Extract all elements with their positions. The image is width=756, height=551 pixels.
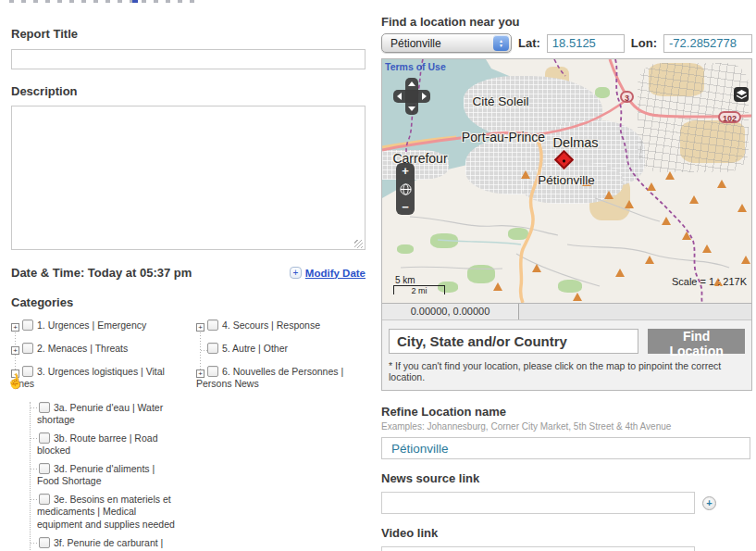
category-checkbox[interactable]: [39, 432, 50, 444]
category-checkbox[interactable]: [39, 463, 50, 474]
refine-location-input[interactable]: [381, 437, 750, 459]
find-location-heading: Find a location near you: [381, 15, 752, 29]
category-label: 2. Menaces | Threats: [37, 343, 128, 354]
map-scale-readout: Scale = 1 : 217K: [672, 276, 747, 287]
map-panel: 3 102 Cité Soleil Port-au-Prince Delmas …: [381, 58, 752, 391]
location-search-input[interactable]: [389, 329, 638, 354]
report-marker-icon[interactable]: [682, 232, 691, 240]
map-city-label: Port-au-Prince: [462, 130, 545, 144]
route-shield: 102: [718, 111, 741, 123]
category-item: +4. Secours | Response: [196, 319, 363, 332]
category-item: 5. Autre | Other: [196, 343, 363, 355]
report-marker-icon[interactable]: [615, 269, 625, 277]
category-checkbox[interactable]: [207, 319, 218, 331]
add-news-link-button[interactable]: +: [702, 496, 716, 510]
report-marker-icon[interactable]: [741, 256, 750, 264]
datetime-label: Date & Time: Today at 05:37 pm: [11, 266, 192, 280]
category-checkbox[interactable]: [22, 366, 33, 377]
subcategory-item: 3d. Penurie d'aliments | Food Shortage: [37, 463, 176, 487]
report-marker-icon[interactable]: [665, 171, 675, 180]
report-marker-icon[interactable]: [647, 182, 656, 191]
layers-icon: [737, 90, 747, 100]
expand-toggle-icon[interactable]: +: [196, 369, 204, 378]
report-marker-icon[interactable]: [689, 195, 699, 204]
report-marker-icon[interactable]: [625, 200, 634, 208]
category-checkbox[interactable]: [207, 343, 218, 354]
city-select-value: Pétionville: [390, 37, 441, 50]
subcategory-item: 3f. Penurie de carburant | Fuel shortage: [37, 537, 176, 551]
report-marker-icon[interactable]: [645, 256, 654, 264]
category-checkbox[interactable]: [22, 343, 33, 354]
pan-left-icon[interactable]: [397, 93, 402, 100]
report-marker-icon[interactable]: [532, 264, 541, 272]
find-location-button[interactable]: Find Location: [648, 329, 745, 354]
video-link-heading: Video link: [381, 526, 752, 540]
category-item: +6. Nouvelles de Personnes | Persons New…: [196, 366, 363, 390]
expand-toggle-icon[interactable]: +: [11, 323, 19, 332]
video-link-input[interactable]: [381, 546, 695, 551]
layers-button[interactable]: [734, 87, 749, 102]
report-title-input[interactable]: [11, 49, 366, 69]
report-form: Report Title Description Date & Time: To…: [11, 0, 366, 551]
lon-input[interactable]: [663, 34, 752, 53]
terms-of-use-link[interactable]: Terms of Use: [385, 61, 446, 72]
category-label: 3a. Penurie d'eau | Water shortage: [37, 402, 163, 425]
category-label: 3b. Route barree | Road blocked: [37, 432, 157, 456]
map-city-label: Delmas: [552, 135, 598, 150]
map-zoom-control[interactable]: + −: [396, 163, 415, 215]
report-marker-icon[interactable]: [717, 180, 726, 188]
city-select[interactable]: Pétionville ▲▼: [381, 33, 512, 53]
expand-toggle-icon[interactable]: +: [196, 323, 204, 332]
category-item: -3. Urgences logistiques | Vital Lines: [11, 366, 178, 390]
category-item: +2. Menaces | Threats: [11, 343, 178, 355]
category-checkbox[interactable]: [39, 494, 50, 505]
pan-right-icon[interactable]: [422, 93, 427, 100]
report-marker-icon[interactable]: [493, 282, 502, 291]
category-label: 3d. Penurie d'aliments | Food Shortage: [37, 463, 155, 486]
category-label: 5. Autre | Other: [222, 343, 288, 354]
lat-label: Lat:: [518, 36, 540, 50]
report-marker-icon[interactable]: [702, 244, 712, 253]
subcategory-item: 3e. Besoins en materiels et medicaments …: [37, 494, 176, 530]
map-help-note: * If you can't find your location, pleas…: [382, 357, 751, 390]
category-checkbox[interactable]: [39, 402, 50, 413]
map[interactable]: 3 102 Cité Soleil Port-au-Prince Delmas …: [382, 59, 751, 303]
news-source-input[interactable]: [381, 492, 695, 514]
subcategory-item: 3b. Route barree | Road blocked: [37, 432, 176, 457]
description-textarea[interactable]: [11, 106, 366, 250]
news-source-heading: News source link: [381, 471, 752, 485]
subcategory-list: 3a. Penurie d'eau | Water shortage 3b. R…: [30, 402, 176, 551]
expand-toggle-icon[interactable]: +: [11, 346, 19, 355]
cursor-coordinates: 0.00000, 0.00000: [382, 304, 519, 319]
report-marker-icon[interactable]: [604, 191, 613, 199]
category-checkbox[interactable]: [207, 366, 218, 377]
location-section: Find a location near you Pétionville ▲▼ …: [381, 15, 752, 551]
map-pan-control[interactable]: [393, 78, 430, 115]
modify-date-link[interactable]: Modify Date: [305, 268, 366, 279]
zoom-in-button[interactable]: +: [402, 165, 409, 177]
lon-label: Lon:: [631, 36, 657, 50]
modify-date-plus-icon[interactable]: +: [290, 267, 302, 279]
report-marker-icon[interactable]: [737, 204, 747, 212]
category-label: 3. Urgences logistiques | Vital Lines: [11, 366, 165, 389]
zoom-out-button[interactable]: −: [402, 201, 409, 213]
globe-icon[interactable]: [400, 183, 412, 195]
category-checkbox[interactable]: [39, 537, 50, 548]
categories-label: Categories: [11, 295, 366, 309]
category-label: 3f. Penurie de carburant | Fuel shortage: [37, 537, 163, 551]
map-statusbar: 0.00000, 0.00000: [382, 303, 751, 320]
resize-grip-icon[interactable]: [354, 240, 363, 248]
category-item: +1. Urgences | Emergency: [11, 319, 178, 332]
map-city-label: Pétionville: [538, 173, 595, 187]
category-label: 4. Secours | Response: [222, 319, 320, 331]
pan-up-icon[interactable]: [408, 81, 415, 86]
report-marker-icon[interactable]: [573, 293, 582, 301]
category-checkbox[interactable]: [22, 319, 33, 331]
map-scalebar: 5 km 2 mi: [393, 275, 445, 294]
report-marker-icon[interactable]: [521, 170, 530, 179]
route-shield: 3: [620, 91, 634, 103]
lat-input[interactable]: [547, 34, 625, 53]
map-city-label: Cité Soleil: [473, 94, 529, 108]
pan-down-icon[interactable]: [408, 106, 415, 111]
report-marker-icon[interactable]: [662, 217, 671, 225]
